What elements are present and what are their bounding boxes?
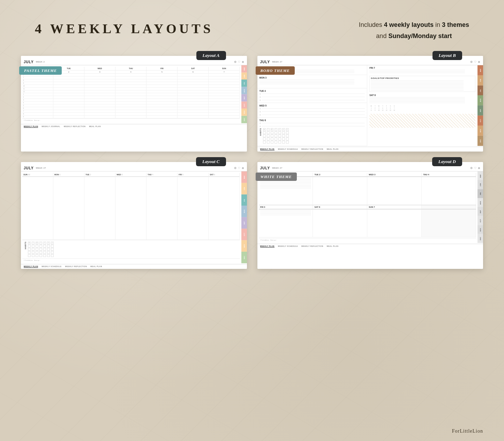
month-a: JULY (24, 60, 34, 64)
layout-label-a: Layout A (196, 51, 226, 60)
layout-card-b: Layout B BOHO THEME JULY WEEK 27 ⚙ ♡ ⊕ (257, 56, 483, 152)
c-body-sun (22, 177, 53, 240)
d-head-sun: SUN 7 (367, 205, 422, 209)
fri-label-b: FRI 7 (369, 67, 475, 69)
layout-label-b: Layout B (432, 51, 462, 60)
month-d: JULY (260, 166, 270, 170)
tab-c-may: MAY (241, 171, 247, 183)
tab-may: MAY (241, 65, 247, 73)
date-6: 6 (178, 71, 209, 74)
copyright-c: © ForLittleLion Store up ↑ (24, 259, 40, 261)
habits-grid-b: MTWTFSS (263, 128, 289, 144)
layout-b-right: FRI 7 GOALS/TOP PRIORITIES SAT 8 (367, 65, 477, 146)
header-icons-c: ⚙ ♡ ⊕ (234, 167, 244, 170)
month-b: JULY (260, 60, 270, 64)
layout-card-c: Layout C JULY WEEK 27 ⚙ ♡ ⊕ SUN 30 (21, 162, 247, 269)
habits-grid-inner-b: MTWTFSS (263, 128, 289, 144)
header-section: 4 WEEKLY LAYOUTS Includes 4 weekly layou… (21, 14, 483, 42)
settings-icon: ⚙ (234, 60, 236, 64)
settings-icon-b: ⚙ (470, 60, 473, 64)
theme-badge-boho: BOHO THEME (256, 66, 295, 75)
footer-tab-weekly-plan-a: WEEKLY PLAN (24, 125, 38, 128)
d-bottom-headers: FRI 3 SAT 6 SUN 7 (259, 205, 476, 210)
tab-aug: AUG (241, 87, 247, 94)
c-body-thu (146, 177, 178, 240)
copyright-a: © ForLittleLion Store up ↑ (24, 119, 40, 121)
goals-label-b: GOALS/TOP PRIORITIES (371, 77, 474, 79)
settings-icon-c: ⚙ (234, 167, 236, 170)
layout-c-content: SUN 30 MON 1 TUE 2 WED 3 THU 4 FRI 5 SAT… (21, 171, 247, 263)
habits-grid-inner-c: MTWTFSS (28, 242, 54, 257)
tab-b-dec: DEC (477, 136, 483, 146)
d-bottom-bodies (259, 210, 476, 237)
layout-label-c: Layout C (196, 157, 226, 166)
tab-d-jun: JUN (477, 180, 483, 189)
habits-b: HABITS MTWTFSS (259, 127, 365, 144)
tab-c-nov: NOV (241, 240, 247, 252)
d-head-wed: WED 3 (367, 173, 422, 177)
date-4: 4 (115, 71, 146, 74)
week-d: WEEK 27 (272, 167, 283, 169)
layouts-grid: Layout A PASTEL THEME JULY WEEK 2 ⚙ ♡ ⊕ (21, 56, 483, 269)
white-tabs: MAY JUN JUL AUG SEP OCT NOV DEC (477, 171, 483, 243)
footer-tab-meal-c: MEAL PLAN (90, 265, 102, 268)
habits-label-c: HABITS (24, 242, 27, 249)
tab-c-aug: AUG (241, 206, 247, 217)
tab-b-aug: AUG (477, 95, 483, 105)
c-day-bodies (22, 177, 240, 240)
tab-d-jul: JUL (477, 189, 483, 198)
month-c: JULY (24, 166, 34, 170)
heart-icon: ♡ (238, 60, 240, 64)
d-brand-row: © ForLittleLion Store up ↑ (259, 238, 476, 242)
copyright-d: © ForLittleLion Store up ↑ (260, 239, 277, 241)
tab-jun: JUN (241, 73, 247, 80)
footer-tab-meal-a: MEAL PLAN (89, 125, 101, 128)
theme-badge-white: WHITE THEME (256, 172, 297, 181)
tab-jul-active: JUL (241, 80, 247, 87)
date-3: 3 (84, 71, 115, 74)
tab-d-oct: OCT (477, 216, 483, 225)
link-icon-c: ⊕ (242, 167, 244, 170)
tab-sep: SEP (241, 94, 247, 102)
sidebar-tabs-c: MAY JUN JUL AUG SEP OCT NOV DEC (241, 171, 247, 263)
subtitle-line-1: Includes 4 weekly layouts in 3 themes (359, 19, 469, 30)
sat-label-b: SAT 8 (369, 94, 475, 96)
tab-d-nov: NOV (477, 225, 483, 234)
mini-calendar-b: MTWTFSS 1234567 891011121314 (369, 105, 475, 111)
footer-tab-reflection-b: WEEKLY REFLECTION (301, 148, 323, 150)
tab-d-may: MAY (477, 171, 483, 181)
d-body-fri (259, 210, 313, 237)
tab-b-nov: NOV (477, 126, 483, 136)
settings-icon-d: ⚙ (470, 167, 473, 170)
tab-b-jul: JUL (477, 86, 483, 96)
footer-tab-reflection-c: WEEKLY REFLECTION (65, 265, 87, 268)
d-body-thu (422, 177, 476, 205)
tab-c-oct: OCT (241, 229, 247, 240)
day-sun: SUN (209, 67, 240, 71)
day-thu: THU (115, 67, 146, 71)
c-body-fri (178, 177, 209, 240)
footer-tab-reflection-d: WEEKLY REFLECTION (301, 245, 323, 248)
tab-d-dec: DEC (477, 234, 483, 243)
c-body-mon (53, 177, 84, 240)
d-head-fri: FRI 3 (259, 205, 313, 209)
footer-tab-plan-d: WEEKLY PLAN (260, 245, 274, 248)
d-head-thu: THU 4 (422, 173, 476, 177)
tab-c-jul: JUL (241, 194, 247, 206)
link-icon: ⊕ (242, 60, 244, 64)
tab-c-sep: SEP (241, 217, 247, 229)
week-c: WEEK 27 (36, 167, 46, 169)
layout-c-main: SUN 30 MON 1 TUE 2 WED 3 THU 4 FRI 5 SAT… (21, 171, 241, 263)
d-head-tue: TUE 2 (313, 173, 367, 177)
layout-b-main: SUN 2 MON 3 (257, 65, 478, 146)
day-mon3: MON 3 (257, 75, 367, 88)
habits-grid-c: MTWTFSS (28, 242, 54, 257)
footer-tab-journal-a: WEEKLY JOURNAL (42, 125, 60, 128)
tab-b-jun: JUN (477, 75, 483, 86)
pastel-tabs-c: MAY JUN JUL AUG SEP OCT NOV DEC (241, 171, 247, 263)
d-head-empty (422, 205, 476, 209)
layout-b-content: SUN 2 MON 3 (257, 65, 483, 146)
header-icons-b: ⚙ ♡ ⊕ (470, 60, 480, 64)
heart-icon-d: ♡ (474, 167, 476, 170)
c-day-headers: SUN 30 MON 1 TUE 2 WED 3 THU 4 FRI 5 SAT… (22, 173, 240, 177)
